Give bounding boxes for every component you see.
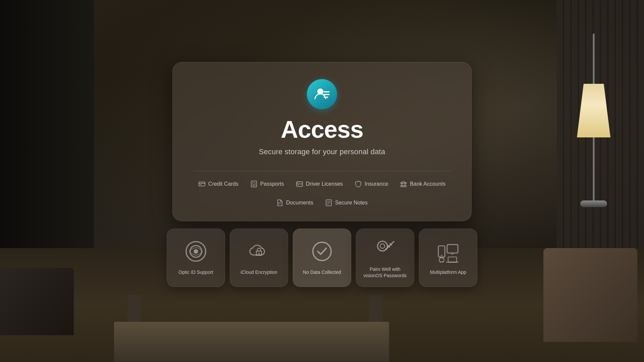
documents-label: Documents — [286, 200, 313, 206]
feature-row: Credit Cards Passports — [193, 181, 451, 206]
svg-point-30 — [194, 249, 198, 254]
note-icon — [325, 199, 332, 206]
icloud-encryption-card[interactable]: iCloud Encryption — [230, 229, 288, 287]
eye-icon — [184, 240, 208, 263]
svg-point-34 — [313, 242, 331, 260]
devices-icon — [436, 240, 460, 263]
divider — [193, 171, 451, 171]
app-subtitle: Secure storage for your personal data — [259, 147, 385, 156]
shield-icon — [355, 181, 362, 187]
app-icon — [307, 79, 337, 109]
app-icon-svg — [313, 85, 331, 103]
svg-marker-14 — [400, 181, 407, 183]
optic-id-card[interactable]: Optic ID Support — [167, 229, 225, 287]
passports-label: Passports — [260, 181, 284, 187]
driver-licenses-label: Driver Licenses — [306, 181, 343, 187]
bottom-cards: Optic ID Support iCloud Encryption — [167, 229, 477, 287]
secure-notes-label: Secure Notes — [335, 200, 368, 206]
feature-item-insurance: Insurance — [355, 181, 388, 187]
svg-rect-4 — [199, 182, 205, 186]
document-icon — [276, 199, 283, 206]
app-title: Access — [281, 117, 363, 141]
svg-point-8 — [253, 182, 255, 185]
main-card: Access Secure storage for your personal … — [172, 62, 472, 221]
insurance-label: Insurance — [365, 181, 388, 187]
no-data-label: No Data Collected — [303, 269, 341, 275]
credit-cards-label: Credit Cards — [208, 181, 238, 187]
svg-rect-49 — [448, 257, 457, 262]
pairs-well-label: Pairs Well with visionOS Passwords — [363, 266, 407, 278]
multiplatform-label: Multiplatform App — [430, 269, 466, 275]
checkmark-circle-icon — [310, 240, 334, 263]
content-wrapper: Access Secure storage for your personal … — [0, 0, 644, 362]
no-data-card[interactable]: No Data Collected — [293, 229, 351, 287]
bank-accounts-label: Bank Accounts — [410, 181, 445, 187]
feature-item-documents: Documents — [276, 199, 313, 206]
icloud-encryption-label: iCloud Encryption — [240, 269, 277, 275]
svg-rect-44 — [439, 258, 444, 262]
id-card-icon — [296, 181, 303, 187]
bank-icon — [400, 181, 407, 187]
passport-icon — [251, 181, 257, 187]
pairs-well-card[interactable]: Pairs Well with visionOS Passwords — [356, 229, 414, 287]
optic-id-label: Optic ID Support — [178, 269, 213, 275]
feature-item-driver-licenses: Driver Licenses — [296, 181, 343, 187]
credit-card-icon — [199, 181, 205, 187]
feature-item-credit-cards: Credit Cards — [199, 181, 238, 187]
svg-point-11 — [297, 183, 299, 185]
feature-item-secure-notes: Secure Notes — [325, 199, 368, 206]
key-icon — [373, 237, 397, 260]
svg-point-36 — [380, 244, 385, 249]
multiplatform-card[interactable]: Multiplatform App — [419, 229, 477, 287]
feature-item-passports: Passports — [251, 181, 284, 187]
cloud-lock-icon — [247, 240, 271, 263]
feature-item-bank-accounts: Bank Accounts — [400, 181, 445, 187]
svg-rect-7 — [251, 181, 257, 187]
svg-rect-42 — [447, 245, 458, 253]
